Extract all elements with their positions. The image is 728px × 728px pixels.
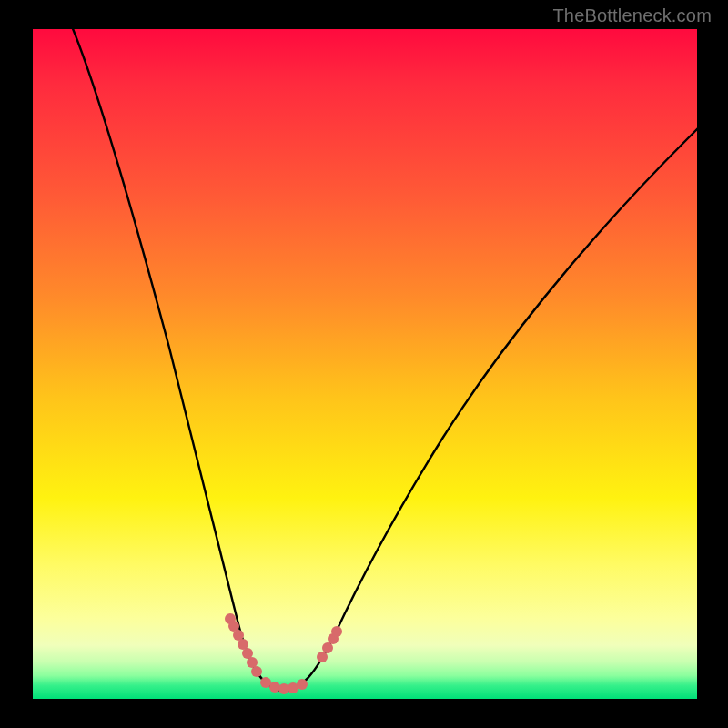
chart-frame: TheBottleneck.com (0, 0, 728, 728)
curve-layer (33, 29, 697, 699)
bottleneck-curve (69, 29, 697, 691)
svg-point-15 (331, 626, 342, 637)
svg-point-11 (297, 679, 308, 690)
svg-point-6 (251, 666, 262, 677)
watermark-text: TheBottleneck.com (552, 5, 712, 26)
svg-point-13 (322, 642, 333, 653)
plot-area (33, 29, 697, 699)
svg-point-8 (269, 682, 280, 693)
accent-dots-right (317, 626, 342, 662)
accent-dots-left (225, 613, 262, 677)
svg-point-12 (317, 652, 328, 662)
accent-dots-trough (260, 677, 308, 694)
